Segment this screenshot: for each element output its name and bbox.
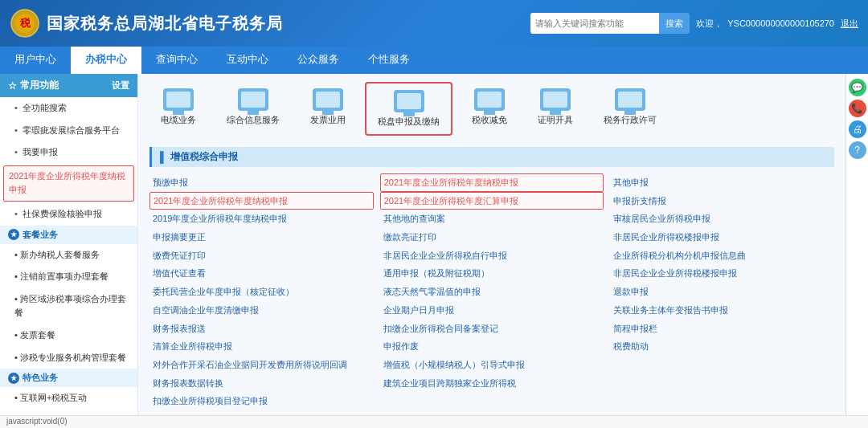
icon-item-info-service[interactable]: 综合信息服务 xyxy=(215,82,291,136)
bullet-icon: • xyxy=(14,125,18,135)
icon-grid: 电缆业务 综合信息服务 发票业用 税盘申报及缴纳 税收减免 证明开具 xyxy=(149,82,834,136)
section-icon: ▌ xyxy=(160,151,167,163)
link-other-declare[interactable]: 其他申报 xyxy=(610,173,834,192)
link-natural-gas[interactable]: 液态天然气零温值的申报 xyxy=(380,283,604,301)
header: 税 国家税务总局湖北省电子税务局 搜索 欢迎， YSC0000000000001… xyxy=(0,0,868,47)
link-tax-fee[interactable]: 税费助动 xyxy=(610,337,834,356)
link-non-resident-self[interactable]: 非居民企业企业所得税自行申报 xyxy=(380,247,604,265)
monitor-icon xyxy=(615,88,645,111)
sidebar-header: ☆ 常用功能 设置 xyxy=(0,74,137,97)
icon-label: 证明开具 xyxy=(538,114,573,126)
link-enterprise-daily[interactable]: 企业期户日月申报 xyxy=(380,301,604,320)
sidebar-item-cancel-matters[interactable]: • 注销前置事项办理套餐 xyxy=(0,266,137,288)
search-input[interactable] xyxy=(530,13,659,34)
link-entrust-private[interactable]: 委托民营企业年度申报（核定征收） xyxy=(149,283,374,301)
logo-icon: 税 xyxy=(10,8,40,39)
monitor-icon xyxy=(394,90,424,112)
icon-label: 发票业用 xyxy=(310,114,346,126)
link-declare-report[interactable]: 申报折支情报 xyxy=(610,192,834,210)
link-simple-declare[interactable]: 简程申报栏 xyxy=(610,320,834,338)
wechat-icon-btn[interactable]: 💬 xyxy=(849,79,866,96)
vat-link-grid: 预缴申报 2021年度企业所得税年度纳税申报 2019年度企业所得税年度纳税申报… xyxy=(149,173,834,410)
link-2019-tax[interactable]: 2019年度企业所得税年度纳税申报 xyxy=(149,210,374,228)
icon-label: 税务行政许可 xyxy=(604,114,657,126)
header-title: 国家税务总局湖北省电子税务局 xyxy=(47,13,283,35)
bullet-icon: • xyxy=(14,103,18,112)
link-2021-tax-col2[interactable]: 2021年度企业所得税年度纳税申报 xyxy=(380,173,604,192)
sidebar: ☆ 常用功能 设置 • 全功能搜索 • 零瑕疵发展综合服务平台 • 我要申报 2… xyxy=(0,74,138,428)
link-withhold-project[interactable]: 扣缴企业所得税项目登记申报 xyxy=(149,392,374,410)
section-icon: ★ xyxy=(8,373,19,384)
link-vat-small-guide[interactable]: 增值税（小规模纳税人）引导式申报 xyxy=(380,356,604,374)
icon-item-cable[interactable]: 电缆业务 xyxy=(149,82,207,136)
link-non-resident-2[interactable]: 非居民企业企业所得税楼报申报 xyxy=(610,264,834,283)
link-prepay[interactable]: 预缴申报 xyxy=(149,173,374,192)
link-2021-annual[interactable]: 2021年度企业所得税年度汇算申报 xyxy=(380,192,604,210)
icon-label: 税盘申报及缴纳 xyxy=(378,116,440,128)
sidebar-settings-btn[interactable]: 设置 xyxy=(112,79,129,92)
sidebar-item-declare[interactable]: • 我要申报 xyxy=(0,141,137,164)
link-payment-cert[interactable]: 缴款亮证打印 xyxy=(380,228,604,247)
link-construction-cross[interactable]: 建筑企业项目跨期独家企业所得税 xyxy=(380,374,604,393)
sidebar-section-label: 套餐业务 xyxy=(23,229,58,241)
icon-item-certificate[interactable]: 证明开具 xyxy=(526,82,584,136)
link-resident-audit[interactable]: 审核居民企业所得税申报 xyxy=(610,210,834,228)
search-button[interactable]: 搜索 xyxy=(659,13,690,34)
tab-personal-service[interactable]: 个性服务 xyxy=(354,47,424,74)
sidebar-item-internet-tax[interactable]: • 互联网+税税互动 xyxy=(0,387,137,410)
sidebar-section-special: ★ 特色业务 xyxy=(0,369,137,387)
tab-interaction-center[interactable]: 互动中心 xyxy=(212,47,283,74)
icon-item-tax-reduction[interactable]: 税收减免 xyxy=(461,82,518,136)
sidebar-item-label: 2021年度企业所得税年度纳税申报 xyxy=(9,171,125,195)
sidebar-item-all-search[interactable]: • 全功能搜索 xyxy=(0,97,137,120)
sidebar-item-invoice-package[interactable]: • 发票套餐 xyxy=(0,324,137,347)
sidebar-item-2021-tax[interactable]: 2021年度企业所得税年度纳税申报 xyxy=(3,165,134,202)
nav-bar: 用户中心 办税中心 查询中心 互动中心 公众服务 个性服务 xyxy=(0,47,868,74)
sidebar-item-new-taxpayer[interactable]: • 新办纳税人套餐服务 xyxy=(0,244,137,267)
monitor-icon xyxy=(313,88,343,111)
link-declare-void[interactable]: 申报作废 xyxy=(380,337,604,356)
link-vat-cert[interactable]: 增值代证查看 xyxy=(149,264,374,283)
link-financial-report[interactable]: 财务报表报送 xyxy=(149,320,374,338)
right-sidebar: 💬 📞 🖨 ? xyxy=(845,74,868,428)
sidebar-item-tax-agency[interactable]: • 涉税专业服务机构管理套餐 xyxy=(0,347,137,369)
hotline-icon-btn[interactable]: 📞 xyxy=(849,100,866,117)
tab-query-center[interactable]: 查询中心 xyxy=(141,47,212,74)
link-air-ac-clear[interactable]: 自空调油企业年度清缴申报 xyxy=(149,301,374,320)
icon-item-invoice[interactable]: 发票业用 xyxy=(299,82,357,136)
sidebar-section-label: 特色业务 xyxy=(23,372,58,384)
sidebar-item-cross-region[interactable]: • 跨区域涉税事项综合办理套餐 xyxy=(0,288,137,324)
sidebar-item-zero-service[interactable]: • 零瑕疵发展综合服务平台 xyxy=(0,120,137,142)
content-area: 电缆业务 综合信息服务 发票业用 税盘申报及缴纳 税收减免 证明开具 xyxy=(138,74,845,428)
link-summary-correct[interactable]: 申报摘要更正 xyxy=(149,228,374,247)
link-refund[interactable]: 退款申报 xyxy=(610,283,834,301)
help-icon-btn[interactable]: ? xyxy=(849,141,866,159)
link-general-declare[interactable]: 通用申报（税及附征税期） xyxy=(380,264,604,283)
link-non-resident-report[interactable]: 非居民企业所得税楼报申报 xyxy=(610,228,834,247)
link-other-query[interactable]: 其他地的查询案 xyxy=(380,210,604,228)
link-external-coop[interactable]: 对外合作开采石油企业据同开发费用所得说明回调 xyxy=(149,356,374,374)
main-layout: ☆ 常用功能 设置 • 全功能搜索 • 零瑕疵发展综合服务平台 • 我要申报 2… xyxy=(0,74,868,428)
sidebar-header-left: ☆ 常用功能 xyxy=(8,79,59,92)
logout-button[interactable]: 退出 xyxy=(841,18,858,30)
link-enterprise-branch[interactable]: 企业所得税分机构分机申报信息曲 xyxy=(610,247,834,265)
print-icon-btn[interactable]: 🖨 xyxy=(849,120,866,138)
link-withhold-contract[interactable]: 扣缴企业所得税合同备案登记 xyxy=(380,320,604,338)
icon-label: 综合信息服务 xyxy=(227,114,280,126)
link-2021-tax-col1[interactable]: 2021年度企业所得税年度纳税申报 xyxy=(149,192,374,210)
icon-label: 电缆业务 xyxy=(161,114,196,126)
link-related-annual[interactable]: 关联业务主体年变报告书申报 xyxy=(610,301,834,320)
sidebar-item-social-insurance[interactable]: • 社保费保险核验申报 xyxy=(0,203,137,226)
link-voucher-print[interactable]: 缴费凭证打印 xyxy=(149,247,374,265)
section-header-vat: ▌ 增值税综合申报 xyxy=(149,147,834,167)
icon-item-tax-payment[interactable]: 税盘申报及缴纳 xyxy=(365,82,452,136)
link-liquidation-tax[interactable]: 清算企业所得税申报 xyxy=(149,337,374,356)
link-col-3: 其他申报 申报折支情报 审核居民企业所得税申报 非居民企业所得税楼报申报 企业所… xyxy=(610,173,834,410)
tab-user-center[interactable]: 用户中心 xyxy=(0,47,71,74)
tab-public-service[interactable]: 公众服务 xyxy=(283,47,354,74)
tab-tax-center[interactable]: 办税中心 xyxy=(71,47,141,74)
icon-item-admin-license[interactable]: 税务行政许可 xyxy=(592,82,668,136)
header-user: 欢迎， YSC000000000000105270 xyxy=(696,18,834,30)
bullet-icon: • xyxy=(14,209,18,218)
link-financial-convert[interactable]: 财务报表数据转换 xyxy=(149,374,374,393)
